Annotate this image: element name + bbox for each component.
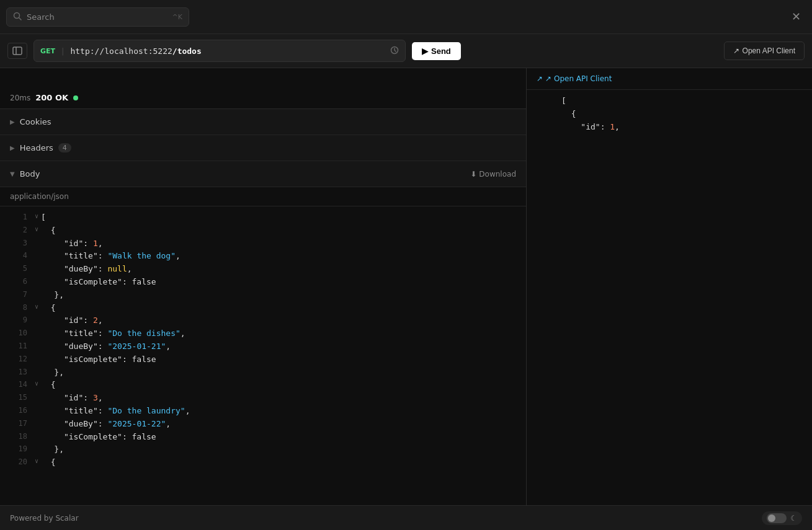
open-api-link-icon: ↗ xyxy=(733,46,739,55)
collapse-arrow-20[interactable]: ∨ xyxy=(35,456,38,466)
json-line: 15 "id": 3, xyxy=(0,392,526,405)
json-line: 7 }, xyxy=(0,289,526,302)
url-bar: GET | http://localhost:5222/todos ▶ Send… xyxy=(0,34,812,68)
search-icon xyxy=(13,12,22,22)
download-icon: ⬇ xyxy=(470,170,476,179)
dark-mode-icon: ☾ xyxy=(790,514,797,523)
url-input[interactable]: GET | http://localhost:5222/todos xyxy=(33,40,406,62)
json-line: 9 "id": 2, xyxy=(0,314,526,327)
collapse-arrow-1[interactable]: ∨ xyxy=(35,211,38,221)
open-api-link-label: ↗ Open API Client xyxy=(545,74,612,83)
url-path: /todos xyxy=(172,46,202,56)
headers-chevron-icon: ▶ xyxy=(10,144,15,151)
open-api-link-arrow-icon: ↗ xyxy=(537,74,543,83)
json-line: "id": 1, xyxy=(527,121,812,134)
sidebar-toggle-button[interactable] xyxy=(7,43,27,59)
json-line: 11 "dueBy": "2025-01-21", xyxy=(0,340,526,353)
response-time: 20ms xyxy=(10,94,30,102)
bottom-bar: Powered by Scalar ☾ xyxy=(0,505,812,530)
right-panel: ↗ ↗ Open API Client [ { "id": 1, xyxy=(527,68,812,505)
toggle-knob xyxy=(768,515,775,522)
send-button[interactable]: ▶ Send xyxy=(412,42,461,60)
content-type-bar: application/json xyxy=(0,187,526,206)
json-line: 20 ∨ { xyxy=(0,456,526,469)
open-api-client-label: Open API Client xyxy=(743,46,795,55)
json-line: 17 "dueBy": "2025-01-22", xyxy=(0,418,526,431)
cookies-accordion: ▶ Cookies xyxy=(0,109,526,135)
powered-by-text: Powered by Scalar xyxy=(10,514,79,523)
toggle-track xyxy=(767,513,787,523)
history-icon[interactable] xyxy=(390,46,399,56)
status-code: 200 OK xyxy=(35,93,68,102)
json-line: 12 "isComplete": false xyxy=(0,353,526,366)
body-label: Body xyxy=(20,169,40,179)
search-shortcut: ^K xyxy=(172,13,182,21)
cookies-label: Cookies xyxy=(20,117,51,126)
json-line: 5 "dueBy": null, xyxy=(0,263,526,276)
collapse-arrow-8[interactable]: ∨ xyxy=(35,302,38,312)
brand-name: Scalar xyxy=(55,514,78,523)
open-api-client-button[interactable]: ↗ Open API Client xyxy=(724,42,805,60)
json-line: 1 ∨ [ xyxy=(0,211,526,224)
json-line: 8 ∨ { xyxy=(0,302,526,315)
json-line: 14 ∨ { xyxy=(0,379,526,392)
headers-accordion: ▶ Headers 4 xyxy=(0,135,526,161)
open-api-client-link[interactable]: ↗ ↗ Open API Client xyxy=(537,74,612,83)
url-display: http://localhost:5222/todos xyxy=(70,46,384,56)
json-line: 18 "isComplete": false xyxy=(0,431,526,444)
right-panel-json: [ { "id": 1, xyxy=(527,90,812,505)
json-viewer[interactable]: 1 ∨ [ 2 ∨ { 3 "id": 1, 4 "title": "Walk … xyxy=(0,206,526,505)
split-view: 20ms 200 OK ▶ Cookies ▶ Headers 4 ▼ Body xyxy=(0,68,812,505)
url-base: http://localhost:5222 xyxy=(70,46,172,56)
top-spacer xyxy=(0,68,526,87)
collapse-arrow-14[interactable]: ∨ xyxy=(35,379,38,389)
json-line: 3 "id": 1, xyxy=(0,237,526,250)
download-label: Download xyxy=(479,170,516,179)
svg-line-1 xyxy=(19,17,22,20)
body-accordion: ▼ Body ⬇ Download xyxy=(0,161,526,187)
collapse-arrow-2[interactable]: ∨ xyxy=(35,224,38,234)
status-indicator xyxy=(73,95,78,100)
left-panel: 20ms 200 OK ▶ Cookies ▶ Headers 4 ▼ Body xyxy=(0,68,527,505)
json-line: [ xyxy=(527,95,812,108)
headers-accordion-header[interactable]: ▶ Headers 4 xyxy=(0,135,526,161)
body-accordion-header[interactable]: ▼ Body ⬇ Download xyxy=(0,161,526,187)
content-type-label: application/json xyxy=(10,192,69,201)
headers-label: Headers xyxy=(20,143,53,152)
search-placeholder: Search xyxy=(27,12,167,22)
cookies-chevron-icon: ▶ xyxy=(10,118,15,125)
json-line: 6 "isComplete": false xyxy=(0,276,526,289)
send-label: Send xyxy=(431,46,451,56)
close-button[interactable]: ✕ xyxy=(787,7,806,26)
http-method-badge: GET xyxy=(40,47,55,55)
json-line: 16 "title": "Do the laundry", xyxy=(0,405,526,418)
top-bar: Search ^K ✕ xyxy=(0,0,812,34)
json-line: 19 }, xyxy=(0,443,526,456)
json-line: { xyxy=(527,108,812,121)
json-line: 4 "title": "Walk the dog", xyxy=(0,250,526,263)
search-box[interactable]: Search ^K xyxy=(6,7,189,27)
send-icon: ▶ xyxy=(422,46,428,56)
right-panel-header: ↗ ↗ Open API Client xyxy=(527,68,812,90)
cookies-accordion-header[interactable]: ▶ Cookies xyxy=(0,109,526,135)
download-link[interactable]: ⬇ Download xyxy=(470,170,516,179)
theme-toggle[interactable]: ☾ xyxy=(762,511,802,525)
body-chevron-icon: ▼ xyxy=(10,170,15,177)
status-bar: 20ms 200 OK xyxy=(0,87,526,109)
json-line: 13 }, xyxy=(0,366,526,379)
svg-rect-2 xyxy=(13,47,22,55)
json-line: 2 ∨ { xyxy=(0,224,526,237)
headers-count-badge: 4 xyxy=(58,143,71,152)
json-line: 10 "title": "Do the dishes", xyxy=(0,327,526,340)
